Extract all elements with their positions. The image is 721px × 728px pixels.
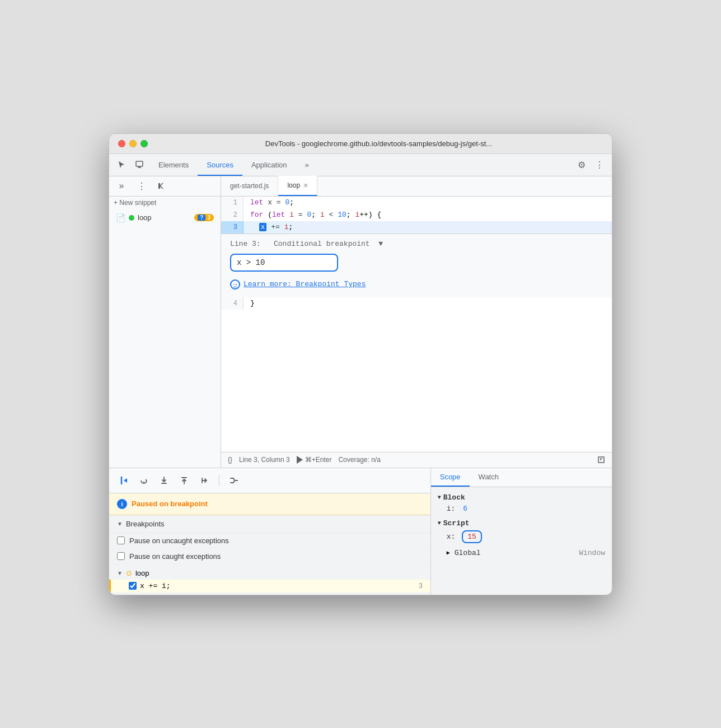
tab-bar: Elements Sources Application » — [149, 153, 572, 176]
scope-block: ▼ Block i: 6 — [436, 492, 607, 514]
pause-uncaught-checkbox[interactable] — [117, 536, 125, 544]
scope-script-header[interactable]: ▼ Script — [436, 517, 607, 529]
step-into-button[interactable] — [156, 473, 172, 488]
code-line-3: 3 x += i; — [221, 221, 612, 234]
tab-elements[interactable]: Elements — [149, 153, 198, 176]
scope-block-chevron: ▼ — [438, 494, 441, 501]
line-num-3: 3 — [221, 221, 244, 234]
step-button[interactable] — [196, 473, 212, 488]
breakpoint-section: ▼ ⊙ loop x += i; 3 — [109, 564, 430, 595]
step-out-button[interactable] — [176, 473, 192, 488]
main-area: » ⋮ + New snippet 📄 loop ? — [109, 176, 612, 595]
scope-x-highlight: 15 — [462, 530, 482, 543]
top-toolbar: Elements Sources Application » ⚙ ⋮ — [109, 154, 612, 176]
new-snippet-button[interactable]: + New snippet — [109, 197, 221, 209]
step-over-button[interactable] — [136, 473, 152, 488]
traffic-lights — [118, 140, 148, 147]
bp-file-icon: ⊙ — [126, 569, 132, 577]
debug-toolbar — [109, 468, 430, 493]
scope-global: ▶ Global Window — [436, 548, 607, 558]
scope-content: ▼ Block i: 6 ▼ Script — [431, 487, 612, 566]
breakpoints-section-header[interactable]: ▼ Breakpoints — [109, 515, 430, 533]
scope-tab-watch[interactable]: Watch — [470, 468, 508, 487]
learn-more-icon: → — [230, 279, 240, 290]
scope-global-chevron[interactable]: ▶ — [447, 549, 450, 556]
file-tab-get-started[interactable]: get-started.js — [221, 176, 278, 196]
sidebar-menu-icon[interactable]: ⋮ — [134, 178, 149, 194]
bp-file-loop[interactable]: ▼ ⊙ loop — [109, 567, 430, 580]
code-line-1: 1 let x = 0; — [221, 197, 612, 209]
code-line-2: 2 for (let i = 0; i < 10; i++) { — [221, 209, 612, 221]
file-tab-close[interactable]: × — [303, 181, 308, 190]
breakpoints-chevron: ▼ — [117, 521, 123, 527]
file-tab-loop[interactable]: loop × — [278, 176, 317, 196]
debug-left: i Paused on breakpoint ▼ Breakpoints Pau… — [109, 468, 431, 595]
pause-caught-item: Pause on caught exceptions — [109, 549, 430, 564]
bp-file-chevron: ▼ — [117, 570, 123, 576]
more-options-icon[interactable]: ⋮ — [592, 157, 607, 172]
inspect-icon[interactable] — [132, 157, 147, 172]
green-dot-loop — [129, 215, 134, 221]
breakpoint-badge: ? 3 — [194, 214, 214, 221]
line-content-1: let x = 0; — [244, 197, 294, 209]
debug-right: Scope Watch ▼ Block i: — [431, 468, 612, 595]
devtools-window: DevTools - googlechrome.github.io/devtoo… — [109, 133, 612, 595]
scope-script-x: x: 15 — [436, 529, 607, 544]
coverage-dropdown-icon[interactable] — [597, 456, 605, 464]
cursor-position: Line 3, Column 3 — [239, 456, 290, 464]
bp-line-item[interactable]: x += i; 3 — [109, 580, 430, 592]
line-content-3: x += i; — [244, 221, 293, 234]
status-bar: {} Line 3, Column 3 ⌘+Enter Coverage: n/… — [221, 452, 612, 468]
bp-line-checkbox[interactable] — [129, 582, 137, 590]
tab-more[interactable]: » — [296, 153, 318, 176]
window-title: DevTools - googlechrome.github.io/devtoo… — [154, 139, 603, 148]
svg-rect-3 — [158, 183, 160, 189]
scope-global-row: ▶ Global Window — [436, 548, 607, 558]
line-num-4: 4 — [221, 297, 244, 310]
scope-tabs: Scope Watch — [431, 468, 612, 487]
bp-line-code: x += i; — [140, 582, 171, 590]
cursor-icon[interactable] — [114, 157, 129, 172]
debug-sections: ▼ Breakpoints Pause on uncaught exceptio… — [109, 515, 430, 595]
traffic-light-green[interactable] — [141, 140, 148, 147]
line-content-4: } — [244, 297, 255, 310]
sidebar-nav-icon[interactable] — [154, 178, 170, 194]
code-area: 1 let x = 0; 2 for (let i = 0; i < 10; i… — [221, 197, 612, 452]
line-content-2: for (let i = 0; i < 10; i++) { — [244, 209, 381, 221]
breakpoint-popup: Line 3: Conditional breakpoint ▼ → Learn… — [221, 234, 612, 297]
scope-script: ▼ Script x: 15 — [436, 517, 607, 544]
file-tabs: get-started.js loop × — [221, 176, 612, 197]
breakpoint-input-container — [230, 254, 338, 272]
code-line-4: 4 } — [221, 297, 612, 310]
bp-header: Line 3: Conditional breakpoint ▼ — [230, 240, 603, 248]
sidebar-expand-icon[interactable]: » — [114, 178, 129, 194]
scope-tab-scope[interactable]: Scope — [431, 468, 470, 487]
learn-more-link[interactable]: → Learn more: Breakpoint Types — [230, 279, 603, 290]
coverage: Coverage: n/a — [338, 456, 380, 464]
format-icon[interactable]: {} — [228, 456, 232, 464]
debug-area: i Paused on breakpoint ▼ Breakpoints Pau… — [109, 468, 612, 595]
pause-caught-checkbox[interactable] — [117, 552, 125, 560]
scope-block-header[interactable]: ▼ Block — [436, 492, 607, 503]
svg-rect-0 — [136, 161, 143, 166]
traffic-light-red[interactable] — [118, 140, 125, 147]
file-item-loop[interactable]: 📄 loop ? 3 — [109, 211, 221, 225]
resume-button[interactable] — [116, 473, 132, 488]
tab-application[interactable]: Application — [242, 153, 296, 176]
deactivate-breakpoints-button[interactable] — [226, 473, 242, 488]
debug-separator — [219, 475, 219, 486]
title-bar: DevTools - googlechrome.github.io/devtoo… — [109, 134, 612, 154]
settings-icon[interactable]: ⚙ — [574, 157, 589, 172]
run-button[interactable]: ⌘+Enter — [297, 456, 332, 464]
info-icon: i — [117, 499, 127, 509]
breakpoint-input[interactable] — [237, 258, 331, 267]
scope-block-i: i: 6 — [436, 503, 607, 514]
pause-uncaught-item: Pause on uncaught exceptions — [109, 533, 430, 549]
traffic-light-yellow[interactable] — [129, 140, 137, 147]
file-list: 📄 loop ? 3 — [109, 209, 221, 227]
left-sidebar: » ⋮ + New snippet 📄 loop ? — [109, 176, 221, 468]
run-icon — [297, 456, 303, 464]
tab-sources[interactable]: Sources — [198, 153, 242, 176]
line-num-1: 1 — [221, 197, 244, 209]
file-icon-loop: 📄 — [116, 213, 125, 222]
